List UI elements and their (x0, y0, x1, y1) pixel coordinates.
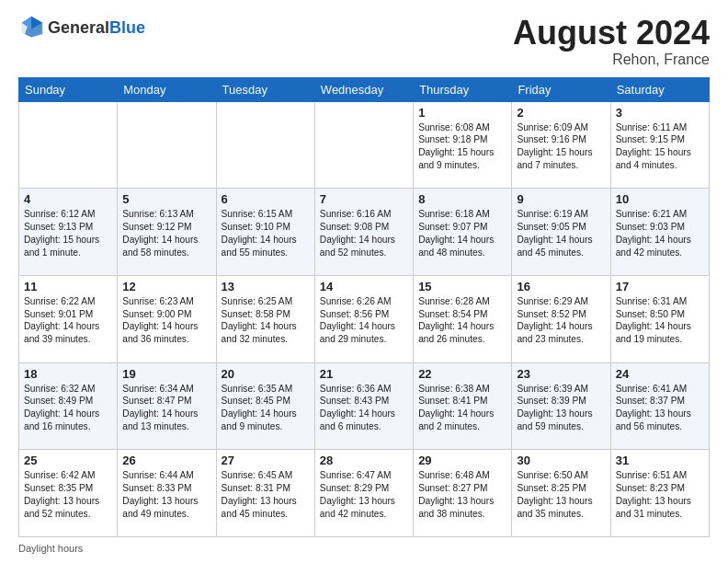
location: Rehon, France (513, 52, 710, 68)
calendar-cell: 21Sunrise: 6:36 AM Sunset: 8:43 PM Dayli… (314, 362, 413, 450)
day-number: 7 (320, 192, 408, 206)
day-number: 30 (517, 454, 605, 467)
calendar-cell (216, 101, 314, 189)
day-info: Sunrise: 6:23 AM Sunset: 9:00 PM Dayligh… (122, 295, 210, 346)
day-info: Sunrise: 6:28 AM Sunset: 8:54 PM Dayligh… (418, 295, 506, 346)
day-info: Sunrise: 6:36 AM Sunset: 8:43 PM Dayligh… (320, 383, 408, 433)
header: General Blue August 2024 Rehon, France (18, 15, 710, 68)
day-info: Sunrise: 6:25 AM Sunset: 8:58 PM Dayligh… (222, 295, 310, 346)
day-info: Sunrise: 6:47 AM Sunset: 8:29 PM Dayligh… (320, 469, 408, 520)
day-info: Sunrise: 6:18 AM Sunset: 9:07 PM Dayligh… (418, 208, 506, 259)
day-info: Sunrise: 6:29 AM Sunset: 8:52 PM Dayligh… (517, 295, 605, 346)
day-info: Sunrise: 6:39 AM Sunset: 8:39 PM Dayligh… (517, 383, 605, 433)
calendar-cell: 10Sunrise: 6:21 AM Sunset: 9:03 PM Dayli… (610, 189, 709, 276)
calendar-cell: 11Sunrise: 6:22 AM Sunset: 9:01 PM Dayli… (19, 275, 118, 362)
day-number: 4 (24, 192, 112, 206)
calendar-cell: 4Sunrise: 6:12 AM Sunset: 9:13 PM Daylig… (19, 189, 118, 276)
day-info: Sunrise: 6:45 AM Sunset: 8:31 PM Dayligh… (222, 469, 310, 520)
calendar-cell (118, 101, 216, 189)
day-info: Sunrise: 6:44 AM Sunset: 8:33 PM Dayligh… (122, 469, 210, 520)
day-number: 21 (320, 367, 408, 381)
day-number: 2 (517, 106, 605, 120)
week-row-2: 4Sunrise: 6:12 AM Sunset: 9:13 PM Daylig… (19, 189, 710, 276)
day-info: Sunrise: 6:21 AM Sunset: 9:03 PM Dayligh… (616, 208, 704, 259)
calendar-cell: 18Sunrise: 6:32 AM Sunset: 8:49 PM Dayli… (19, 362, 118, 450)
day-number: 3 (616, 106, 704, 120)
calendar-cell (19, 101, 118, 189)
calendar-cell: 2Sunrise: 6:09 AM Sunset: 9:16 PM Daylig… (512, 101, 610, 189)
day-number: 14 (320, 280, 408, 293)
calendar-cell: 26Sunrise: 6:44 AM Sunset: 8:33 PM Dayli… (118, 450, 216, 537)
day-info: Sunrise: 6:35 AM Sunset: 8:45 PM Dayligh… (222, 383, 310, 433)
page: General Blue August 2024 Rehon, France S… (0, 0, 728, 563)
week-row-3: 11Sunrise: 6:22 AM Sunset: 9:01 PM Dayli… (19, 275, 710, 362)
calendar-cell: 31Sunrise: 6:51 AM Sunset: 8:23 PM Dayli… (610, 450, 709, 537)
day-info: Sunrise: 6:42 AM Sunset: 8:35 PM Dayligh… (24, 469, 112, 520)
day-number: 28 (320, 454, 408, 467)
calendar-cell: 15Sunrise: 6:28 AM Sunset: 8:54 PM Dayli… (414, 275, 512, 362)
day-info: Sunrise: 6:16 AM Sunset: 9:08 PM Dayligh… (320, 208, 408, 259)
day-info: Sunrise: 6:38 AM Sunset: 8:41 PM Dayligh… (418, 383, 506, 433)
calendar-cell: 7Sunrise: 6:16 AM Sunset: 9:08 PM Daylig… (314, 189, 413, 276)
calendar-cell: 23Sunrise: 6:39 AM Sunset: 8:39 PM Dayli… (512, 362, 610, 450)
logo-blue: Blue (109, 18, 145, 38)
day-info: Sunrise: 6:11 AM Sunset: 9:15 PM Dayligh… (616, 121, 704, 172)
weekday-header-friday: Friday (512, 77, 610, 101)
calendar-cell: 27Sunrise: 6:45 AM Sunset: 8:31 PM Dayli… (216, 450, 314, 537)
calendar-cell: 29Sunrise: 6:48 AM Sunset: 8:27 PM Dayli… (414, 450, 512, 537)
calendar-cell (314, 101, 413, 189)
day-info: Sunrise: 6:26 AM Sunset: 8:56 PM Dayligh… (320, 295, 408, 346)
day-info: Sunrise: 6:22 AM Sunset: 9:01 PM Dayligh… (24, 295, 112, 346)
daylight-label: Daylight hours (18, 543, 83, 554)
day-number: 12 (122, 280, 210, 293)
day-number: 1 (418, 106, 506, 120)
weekday-header-saturday: Saturday (610, 77, 709, 101)
day-number: 19 (122, 367, 210, 381)
calendar-cell: 1Sunrise: 6:08 AM Sunset: 9:18 PM Daylig… (414, 101, 512, 189)
day-number: 23 (517, 367, 605, 381)
day-info: Sunrise: 6:09 AM Sunset: 9:16 PM Dayligh… (517, 121, 605, 172)
calendar-cell: 17Sunrise: 6:31 AM Sunset: 8:50 PM Dayli… (610, 275, 709, 362)
weekday-header-sunday: Sunday (19, 77, 118, 101)
weekday-header-wednesday: Wednesday (314, 77, 413, 101)
day-info: Sunrise: 6:51 AM Sunset: 8:23 PM Dayligh… (616, 469, 704, 520)
day-number: 5 (122, 192, 210, 206)
footer: Daylight hours (18, 543, 710, 554)
day-number: 29 (418, 454, 506, 467)
calendar-table: SundayMondayTuesdayWednesdayThursdayFrid… (18, 77, 710, 537)
calendar-cell: 14Sunrise: 6:26 AM Sunset: 8:56 PM Dayli… (314, 275, 413, 362)
day-number: 13 (222, 280, 310, 293)
weekday-header-monday: Monday (118, 77, 216, 101)
logo: General Blue (18, 15, 145, 40)
logo-icon (18, 15, 44, 40)
calendar-cell: 13Sunrise: 6:25 AM Sunset: 8:58 PM Dayli… (216, 275, 314, 362)
day-info: Sunrise: 6:08 AM Sunset: 9:18 PM Dayligh… (418, 121, 506, 172)
month-year: August 2024 (513, 15, 710, 52)
day-number: 15 (418, 280, 506, 293)
day-info: Sunrise: 6:48 AM Sunset: 8:27 PM Dayligh… (418, 469, 506, 520)
calendar-cell: 8Sunrise: 6:18 AM Sunset: 9:07 PM Daylig… (414, 189, 512, 276)
day-info: Sunrise: 6:32 AM Sunset: 8:49 PM Dayligh… (24, 383, 112, 433)
calendar-cell: 12Sunrise: 6:23 AM Sunset: 9:00 PM Dayli… (118, 275, 216, 362)
day-number: 9 (517, 192, 605, 206)
day-number: 31 (616, 454, 704, 467)
day-number: 25 (24, 454, 112, 467)
day-number: 20 (222, 367, 310, 381)
day-number: 18 (24, 367, 112, 381)
calendar-cell: 5Sunrise: 6:13 AM Sunset: 9:12 PM Daylig… (118, 189, 216, 276)
calendar-cell: 20Sunrise: 6:35 AM Sunset: 8:45 PM Dayli… (216, 362, 314, 450)
week-row-1: 1Sunrise: 6:08 AM Sunset: 9:18 PM Daylig… (19, 101, 710, 189)
calendar-cell: 25Sunrise: 6:42 AM Sunset: 8:35 PM Dayli… (19, 450, 118, 537)
logo-general: General (48, 18, 109, 38)
day-number: 16 (517, 280, 605, 293)
day-info: Sunrise: 6:15 AM Sunset: 9:10 PM Dayligh… (222, 208, 310, 259)
day-info: Sunrise: 6:12 AM Sunset: 9:13 PM Dayligh… (24, 208, 112, 259)
calendar-cell: 24Sunrise: 6:41 AM Sunset: 8:37 PM Dayli… (610, 362, 709, 450)
day-info: Sunrise: 6:13 AM Sunset: 9:12 PM Dayligh… (122, 208, 210, 259)
day-number: 17 (616, 280, 704, 293)
calendar-cell: 3Sunrise: 6:11 AM Sunset: 9:15 PM Daylig… (610, 101, 709, 189)
day-number: 6 (222, 192, 310, 206)
day-info: Sunrise: 6:34 AM Sunset: 8:47 PM Dayligh… (122, 383, 210, 433)
day-number: 27 (222, 454, 310, 467)
calendar-cell: 22Sunrise: 6:38 AM Sunset: 8:41 PM Dayli… (414, 362, 512, 450)
